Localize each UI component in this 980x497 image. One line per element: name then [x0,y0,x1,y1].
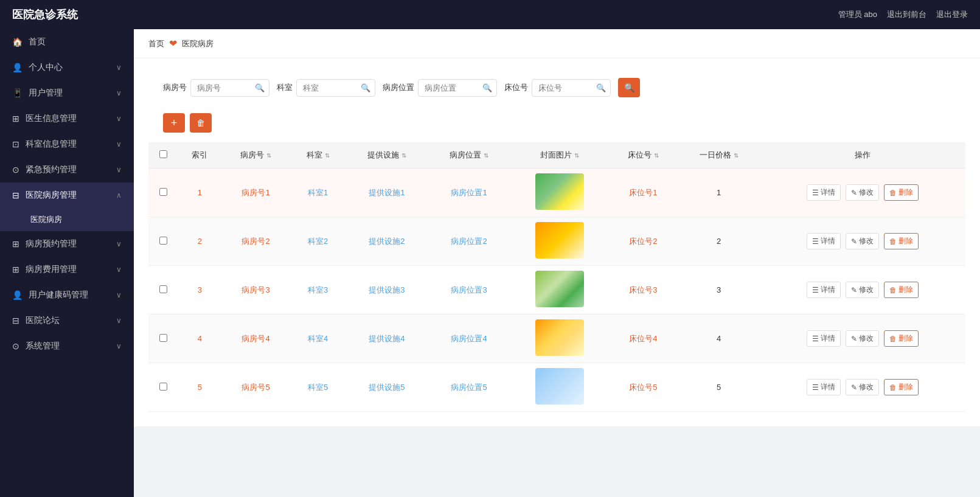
cell-dept-5[interactable]: 科室5 [290,363,346,412]
detail-btn-2[interactable]: ☰ 详情 [807,233,841,249]
col-index: 索引 [178,142,221,169]
cell-location-2[interactable]: 病房位置2 [428,217,510,266]
edit-btn-4[interactable]: ✎ 修改 [846,330,879,347]
cell-room-no-4[interactable]: 病房号4 [221,315,290,363]
cell-location-1[interactable]: 病房位置1 [428,169,510,217]
sidebar-item-health-code[interactable]: 👤 用户健康码管理 ∨ [0,282,134,308]
cell-location-5[interactable]: 病房位置5 [428,363,510,412]
table-row: 5 病房号5 科室5 提供设施5 病房位置5 床位号5 5 ☰ 详情 ✎ 修改 … [148,363,965,412]
cell-facilities-3[interactable]: 提供设施3 [346,266,428,315]
main-layout: 🏠 首页 👤 个人中心 ∨ 📱 用户管理 ∨ ⊞ 医生信息管理 ∨ [0,29,980,497]
chevron-icon-sys: ∨ [116,342,122,350]
cell-dept-2[interactable]: 科室2 [290,217,346,266]
sidebar-item-user-mgmt[interactable]: 📱 用户管理 ∨ [0,80,134,106]
delete-label-5: 删除 [898,382,913,392]
col-price-label: 一日价格 [700,150,731,159]
sidebar-item-emergency[interactable]: ⊙ 紧急预约管理 ∨ [0,157,134,182]
edit-btn-3[interactable]: ✎ 修改 [846,282,879,298]
cell-room-no-2[interactable]: 病房号2 [221,217,290,266]
sidebar-item-home[interactable]: 🏠 首页 [0,29,134,55]
col-facilities[interactable]: 提供设施⇅ [346,142,428,169]
cell-index-4: 4 [178,315,221,363]
col-actions: 操作 [760,142,965,169]
cell-room-no-5[interactable]: 病房号5 [221,363,290,412]
sidebar-item-dept[interactable]: ⊡ 科室信息管理 ∨ [0,131,134,157]
row-checkbox-5[interactable] [159,383,167,391]
sidebar-label-sys: 系统管理 [26,341,60,352]
row-checkbox-1[interactable] [159,188,167,196]
sidebar-item-doctor[interactable]: ⊞ 医生信息管理 ∨ [0,106,134,131]
cell-room-no-1[interactable]: 病房号1 [221,169,290,217]
sidebar-item-sys-mgmt[interactable]: ⊙ 系统管理 ∨ [0,333,134,359]
cell-bed-no-2[interactable]: 床位号2 [609,217,678,266]
cell-bed-no-4[interactable]: 床位号4 [609,315,678,363]
select-all-checkbox[interactable] [159,150,167,158]
row-checkbox-2[interactable] [159,237,167,245]
delete-btn-5[interactable]: 🗑 删除 [884,379,919,395]
cell-room-no-3[interactable]: 病房号3 [221,266,290,315]
delete-btn-2[interactable]: 🗑 删除 [884,233,919,249]
sidebar-sub-item-hospital-room[interactable]: 医院病房 [0,208,134,231]
col-dept[interactable]: 科室⇅ [290,142,346,169]
sidebar-label-doctor: 医生信息管理 [26,113,77,124]
edit-btn-2[interactable]: ✎ 修改 [846,233,879,249]
goto-frontend-btn[interactable]: 退出到前台 [887,9,926,20]
breadcrumb-home[interactable]: 首页 [148,38,164,49]
detail-icon-1: ☰ [812,189,819,197]
action-bar: + 🗑 [148,107,965,142]
cell-checkbox [148,169,178,217]
sidebar-item-room-booking[interactable]: ⊞ 病房预约管理 ∨ [0,231,134,257]
cell-facilities-2[interactable]: 提供设施2 [346,217,428,266]
cell-bed-no-1[interactable]: 床位号1 [609,169,678,217]
sidebar-item-hospital-room[interactable]: ⊟ 医院病房管理 ∧ [0,182,134,208]
action-btns-2: ☰ 详情 ✎ 修改 🗑 删除 [765,233,961,249]
logout-btn[interactable]: 退出登录 [936,9,968,20]
cell-bed-no-3[interactable]: 床位号3 [609,266,678,315]
cell-checkbox [148,217,178,266]
sidebar-item-personal[interactable]: 👤 个人中心 ∨ [0,55,134,80]
sidebar-item-room-fee[interactable]: ⊞ 病房费用管理 ∨ [0,257,134,282]
add-button[interactable]: + [163,113,185,133]
col-price[interactable]: 一日价格⇅ [678,142,760,169]
cell-index-5: 5 [178,363,221,412]
edit-label-5: 修改 [859,382,874,392]
table-row: 4 病房号4 科室4 提供设施4 病房位置4 床位号4 4 ☰ 详情 ✎ 修改 … [148,315,965,363]
detail-btn-3[interactable]: ☰ 详情 [807,282,841,298]
row-checkbox-3[interactable] [159,285,167,293]
cell-facilities-4[interactable]: 提供设施4 [346,315,428,363]
col-bed-no[interactable]: 床位号⇅ [609,142,678,169]
col-location[interactable]: 病房位置⇅ [428,142,510,169]
cell-price-2: 2 [678,217,760,266]
cell-bed-no-5[interactable]: 床位号5 [609,363,678,412]
sidebar-label-emergency: 紧急预约管理 [26,164,77,175]
detail-icon-5: ☰ [812,383,819,392]
cell-dept-3[interactable]: 科室3 [290,266,346,315]
cell-dept-4[interactable]: 科室4 [290,315,346,363]
row-checkbox-4[interactable] [159,334,167,342]
delete-btn-1[interactable]: 🗑 删除 [884,184,919,201]
edit-btn-5[interactable]: ✎ 修改 [846,379,879,395]
search-button[interactable]: 🔍 [618,78,640,97]
col-image[interactable]: 封面图片⇅ [510,142,609,169]
detail-btn-5[interactable]: ☰ 详情 [807,379,841,395]
sidebar-item-forum[interactable]: ⊟ 医院论坛 ∨ [0,308,134,333]
col-index-label: 索引 [192,150,207,159]
room-no-label: 病房号 [163,82,187,93]
cell-dept-1[interactable]: 科室1 [290,169,346,217]
cell-image-5 [510,363,609,412]
detail-btn-1[interactable]: ☰ 详情 [807,184,841,201]
cell-location-3[interactable]: 病房位置3 [428,266,510,315]
delete-btn-4[interactable]: 🗑 删除 [884,330,919,347]
delete-selected-button[interactable]: 🗑 [190,113,212,133]
cell-price-4: 4 [678,315,760,363]
chevron-icon-emergency: ∨ [116,165,122,174]
detail-btn-4[interactable]: ☰ 详情 [807,330,841,347]
delete-btn-3[interactable]: 🗑 删除 [884,282,919,298]
col-image-label: 封面图片 [540,150,572,159]
cell-facilities-5[interactable]: 提供设施5 [346,363,428,412]
cell-location-4[interactable]: 病房位置4 [428,315,510,363]
cell-facilities-1[interactable]: 提供设施1 [346,169,428,217]
col-room-no[interactable]: 病房号⇅ [221,142,290,169]
col-actions-label: 操作 [855,150,871,159]
edit-btn-1[interactable]: ✎ 修改 [846,184,879,201]
